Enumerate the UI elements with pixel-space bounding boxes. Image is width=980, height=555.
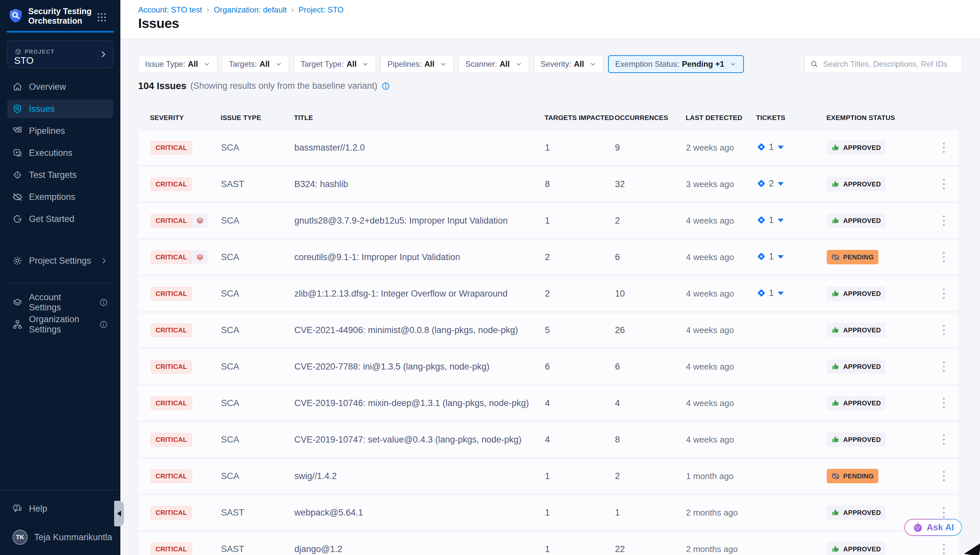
filter-pill-severity[interactable]: Severity:All [534, 55, 603, 73]
occurrences-value: 22 [615, 544, 686, 554]
issue-row[interactable]: CRITICAL SCA bassmaster//1.2.0 1 9 2 wee… [138, 130, 959, 165]
row-menu-kebab-icon[interactable] [941, 542, 947, 555]
ticket-dropdown[interactable]: 1 [756, 288, 784, 298]
col-header-title: TITLE [294, 114, 545, 122]
issue-row[interactable]: CRITICAL SCA swig//1.4.2 1 2 1 month ago [138, 458, 959, 494]
sidebar-item-executions[interactable]: Executions [7, 144, 113, 162]
ticket-caret-icon [778, 182, 784, 186]
home-icon [13, 82, 22, 92]
row-menu-kebab-icon[interactable] [941, 323, 947, 337]
sidebar-item-project-settings[interactable]: Project Settings [7, 252, 113, 270]
sidebar-item-exemptions[interactable]: Exemptions [7, 188, 113, 206]
issue-row[interactable]: CRITICAL SCA coreutils@9.1-1: Improper I… [138, 239, 959, 275]
issue-row[interactable]: CRITICAL SCA zlib@1:1.2.13.dfsg-1: Integ… [138, 276, 959, 311]
info-icon[interactable] [382, 82, 390, 90]
eye-off-icon [13, 192, 22, 202]
row-menu-kebab-icon[interactable] [941, 505, 947, 520]
filter-pill-exemption-status[interactable]: Exemption Status:Pending +1 [608, 55, 744, 73]
info-icon[interactable] [99, 298, 108, 307]
exemption-status-badge: APPROVED [827, 213, 885, 228]
target-crosshair-icon [13, 170, 22, 180]
col-header-targets-impacted: TARGETS IMPACTED [545, 114, 614, 122]
row-menu-kebab-icon[interactable] [941, 250, 947, 264]
exemption-status-badge: PENDING [827, 250, 878, 264]
issue-row[interactable]: CRITICAL SCA gnutls28@3.7.9-2+deb12u5: I… [138, 203, 959, 238]
sidebar-item-get-started[interactable]: Get Started [7, 210, 113, 228]
row-menu-kebab-icon[interactable] [941, 140, 947, 155]
severity-badge: CRITICAL [150, 287, 192, 301]
row-menu-kebab-icon[interactable] [941, 432, 947, 447]
sidebar-collapse-handle[interactable] [114, 501, 124, 526]
jira-ticket-icon [756, 142, 766, 152]
issue-type: SCA [221, 435, 294, 445]
issue-row[interactable]: CRITICAL SAST webpack@5.64.1 1 1 2 month… [138, 495, 959, 530]
filter-pill-target-type[interactable]: Target Type:All [294, 55, 376, 73]
last-detected-value: 4 weeks ago [686, 398, 756, 408]
targets-impacted-value: 4 [545, 435, 615, 445]
issue-row[interactable]: CRITICAL SCA CVE-2021-44906: minimist@0.… [138, 312, 959, 348]
issue-row[interactable]: CRITICAL SCA CVE-2019-10746: mixin-deep@… [138, 385, 959, 421]
issue-row[interactable]: CRITICAL SAST B324: hashlib 8 32 3 weeks… [138, 166, 959, 202]
filter-pill-targets[interactable]: Targets:All [222, 55, 289, 73]
issue-type: SCA [221, 216, 294, 226]
breadcrumb-org-link[interactable]: Organization: default [214, 5, 286, 14]
sidebar-item-overview[interactable]: Overview [7, 78, 113, 96]
ticket-caret-icon [778, 146, 784, 149]
thumbs-up-icon [831, 399, 840, 407]
filter-pill-issue-type[interactable]: Issue Type:All [138, 55, 217, 73]
search-icon [810, 60, 818, 68]
sidebar-item-pipelines[interactable]: Pipelines [7, 122, 113, 140]
sidebar-item-organization-settings[interactable]: Organization Settings [7, 315, 113, 334]
thumbs-up-icon [831, 508, 840, 517]
last-detected-value: 2 months ago [686, 544, 756, 554]
row-menu-kebab-icon[interactable] [941, 469, 947, 483]
issue-type: SCA [221, 143, 294, 153]
sidebar-item-label: Get Started [29, 214, 74, 224]
severity-badge: CRITICAL [150, 177, 192, 191]
targets-impacted-value: 1 [545, 508, 615, 518]
issue-row[interactable]: CRITICAL SCA CVE-2019-10747: set-value@0… [138, 422, 959, 457]
filter-value: Pending +1 [682, 59, 725, 69]
ask-ai-button[interactable]: Ask AI [905, 519, 962, 536]
filter-value: All [260, 59, 269, 69]
breadcrumb-account-link[interactable]: Account: STO test [138, 5, 202, 14]
exemption-status-label: APPROVED [843, 144, 881, 152]
issue-type: SCA [221, 471, 294, 481]
row-menu-kebab-icon[interactable] [941, 286, 947, 301]
issue-title: zlib@1:1.2.13.dfsg-1: Integer Overflow o… [294, 289, 545, 299]
row-menu-kebab-icon[interactable] [941, 213, 947, 228]
sidebar-item-test-targets[interactable]: Test Targets [7, 166, 113, 184]
chevron-down-icon [730, 61, 737, 68]
thumbs-up-icon [831, 435, 840, 444]
filter-pill-scanner[interactable]: Scanner:All [459, 55, 529, 73]
last-detected-value: 3 weeks ago [686, 179, 756, 189]
issues-count-row: 104 Issues (Showing results only from th… [138, 80, 390, 91]
sidebar-item-label: Executions [29, 148, 72, 158]
issue-row[interactable]: CRITICAL SAST django@1.2 1 22 2 months a… [138, 531, 959, 555]
sidebar-item-user[interactable]: TK Teja Kummarikuntla [7, 528, 113, 547]
last-detected-value: 4 weeks ago [686, 325, 756, 335]
module-switcher-grid-icon[interactable] [98, 13, 106, 22]
row-menu-kebab-icon[interactable] [941, 396, 947, 410]
ticket-dropdown[interactable]: 1 [756, 142, 784, 152]
issue-row[interactable]: CRITICAL SCA CVE-2020-7788: ini@1.3.5 (l… [138, 349, 959, 384]
project-selector[interactable]: PROJECT STO [7, 40, 113, 68]
ticket-dropdown[interactable]: 2 [756, 178, 784, 189]
sidebar-item-account-settings[interactable]: Account Settings [7, 293, 113, 312]
ask-ai-label: Ask AI [927, 523, 954, 533]
ticket-dropdown[interactable]: 1 [756, 215, 784, 225]
sidebar-item-issues[interactable]: Issues [7, 99, 113, 118]
filter-label: Targets: [229, 59, 257, 69]
severity-badge: CRITICAL [150, 542, 192, 555]
info-icon[interactable] [99, 320, 108, 329]
issue-title: webpack@5.64.1 [294, 508, 545, 518]
sidebar-item-label: Organization Settings [29, 314, 93, 335]
ticket-dropdown[interactable]: 1 [756, 252, 784, 262]
svg-text:?: ? [16, 506, 18, 510]
row-menu-kebab-icon[interactable] [941, 177, 947, 191]
search-input[interactable] [823, 59, 957, 69]
breadcrumb-project-link[interactable]: Project: STO [298, 5, 344, 14]
row-menu-kebab-icon[interactable] [941, 359, 947, 374]
filter-pill-pipelines[interactable]: Pipelines:All [380, 55, 454, 73]
sidebar-item-help[interactable]: ? Help [7, 499, 113, 518]
